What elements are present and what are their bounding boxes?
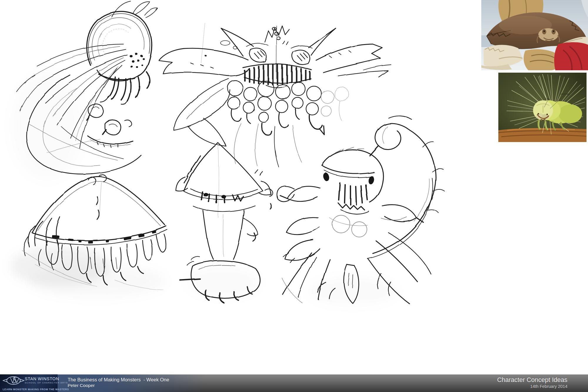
footer-bar: STAN WINSTON SCHOOL OF CHARACTER ARTS LE… bbox=[0, 374, 588, 392]
brand-name: STAN WINSTON bbox=[25, 376, 59, 381]
rim-band bbox=[32, 226, 167, 245]
brand-tagline: LEARN MONSTER MAKING FROM THE MASTERS bbox=[3, 388, 69, 391]
crab-photo-graphic bbox=[481, 0, 588, 70]
segmented-tail bbox=[368, 116, 445, 259]
course-title: The Business of Making Monsters - Week O… bbox=[68, 377, 169, 383]
cheek-flap bbox=[174, 79, 230, 146]
face-band bbox=[191, 189, 258, 212]
reference-photo-caterpillar: frons stemmata bbox=[498, 73, 587, 142]
stan-winston-logo-icon bbox=[2, 375, 25, 386]
sheet-title-block: Character Concept Ideas 14th February 20… bbox=[497, 376, 567, 389]
sheet-date: 14th February 2014 bbox=[497, 384, 567, 389]
sketch-crab-face bbox=[159, 26, 391, 167]
tentacles bbox=[228, 81, 349, 167]
brand-subtitle: SCHOOL OF CHARACTER ARTS bbox=[25, 381, 68, 384]
sheet-title: Character Concept Ideas bbox=[497, 376, 567, 384]
left-claws bbox=[277, 186, 320, 263]
mouth-scribble bbox=[243, 64, 312, 88]
helmet-head bbox=[322, 147, 383, 202]
annotation-frons: frons bbox=[545, 98, 550, 100]
shell-spots bbox=[129, 53, 145, 68]
right-claw bbox=[381, 205, 423, 222]
concept-sheet: frons stemmata STAN WINSTON SCHOOL OF CH… bbox=[0, 0, 588, 392]
annotation-stemmata: stemmata bbox=[561, 93, 569, 95]
crab-legs bbox=[101, 72, 150, 104]
right-claw bbox=[316, 44, 391, 77]
rim-dashes bbox=[51, 230, 156, 243]
course-block: The Business of Making Monsters - Week O… bbox=[68, 377, 169, 388]
brand-block: STAN WINSTON SCHOOL OF CHARACTER ARTS LE… bbox=[0, 374, 58, 392]
face-scribble bbox=[338, 183, 369, 214]
sketch-scorpion-creature bbox=[277, 116, 445, 303]
reference-photo-crab bbox=[481, 0, 588, 70]
caterpillar-photo-graphic: frons stemmata bbox=[498, 73, 587, 142]
eyes bbox=[246, 41, 312, 65]
face-cluster bbox=[86, 104, 133, 148]
course-author: Peter Cooper bbox=[68, 383, 169, 388]
